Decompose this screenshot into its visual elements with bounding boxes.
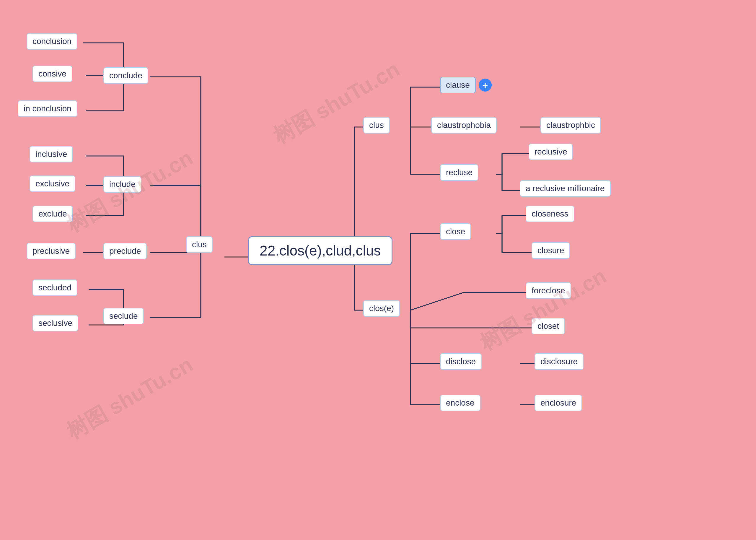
watermark-4: 树图 shuTu.cn (475, 262, 611, 357)
disclosure-label: disclosure (540, 357, 578, 366)
disclosure-node: disclosure (534, 353, 584, 370)
claustrophbic-node: claustrophbic (540, 117, 601, 134)
preclusive-label: preclusive (33, 246, 70, 256)
preclude-node: preclude (103, 243, 147, 259)
center-label: 22.clos(e),clud,clus (260, 242, 381, 259)
inclusive-label: inclusive (36, 150, 67, 159)
enclose-label: enclose (446, 398, 475, 408)
closeness-node: closeness (526, 205, 574, 222)
exclude-label: exclude (39, 209, 67, 218)
close-e-label: clos(e) (369, 304, 394, 313)
watermark-2: 树图 shuTu.cn (268, 55, 405, 150)
inclusive-node: inclusive (30, 146, 73, 163)
a-reclusive-label: a reclusive millionaire (526, 184, 605, 193)
reclusive-node: reclusive (529, 144, 573, 160)
secluded-node: secluded (33, 279, 77, 296)
seclude-label: seclude (109, 311, 138, 321)
center-node: 22.clos(e),clud,clus (248, 236, 392, 265)
exclusive-label: exclusive (36, 179, 69, 189)
conclude-label: conclude (109, 71, 142, 80)
preclude-label: preclude (109, 246, 141, 256)
right-clus-node: clus (363, 117, 390, 134)
consive-label: consive (39, 69, 66, 78)
right-clus-label: clus (369, 120, 384, 130)
reclusive-label: reclusive (534, 147, 567, 157)
in-conclusion-node: in conclusion (18, 100, 77, 117)
seclude-node: seclude (103, 308, 144, 324)
conclusion-node: conclusion (27, 33, 77, 50)
closet-label: closet (537, 322, 559, 331)
preclusive-node: preclusive (27, 243, 76, 259)
include-node: include (103, 176, 142, 193)
closeness-label: closeness (532, 209, 569, 218)
left-clus-node: clus (186, 236, 213, 253)
include-label: include (109, 180, 136, 189)
exclude-node: exclude (33, 205, 73, 222)
seclusive-label: seclusive (39, 319, 72, 328)
enclosure-node: enclosure (534, 395, 582, 411)
enclose-node: enclose (440, 395, 481, 411)
left-clus-label: clus (192, 240, 207, 249)
closure-node: closure (532, 242, 570, 259)
foreclose-node: foreclose (526, 282, 571, 299)
disclose-node: disclose (440, 353, 482, 370)
exclusive-node: exclusive (30, 176, 75, 192)
clause-row: clause + (440, 77, 492, 93)
claustrophobia-node: claustrophobia (431, 117, 497, 134)
close-label: close (446, 227, 465, 236)
recluse-node: recluse (440, 164, 479, 181)
disclose-label: disclose (446, 357, 476, 366)
close-e-node: clos(e) (363, 300, 400, 317)
closure-label: closure (537, 246, 564, 255)
consive-node: consive (33, 66, 72, 82)
conclusion-label: conclusion (33, 37, 71, 46)
closet-node: closet (532, 318, 565, 335)
secluded-label: secluded (39, 283, 71, 293)
conclude-node: conclude (103, 68, 148, 84)
a-reclusive-node: a reclusive millionaire (520, 180, 611, 197)
watermark-3: 树图 shuTu.cn (61, 351, 198, 446)
claustrophbic-label: claustrophbic (546, 120, 595, 130)
clause-add-button[interactable]: + (479, 78, 492, 91)
recluse-label: recluse (446, 168, 473, 177)
seclusive-node: seclusive (33, 315, 78, 332)
clause-label: clause (446, 80, 470, 90)
foreclose-label: foreclose (532, 286, 565, 295)
clause-node: clause (440, 77, 476, 93)
in-conclusion-label: in conclusion (24, 104, 71, 113)
close-node: close (440, 223, 471, 240)
enclosure-label: enclosure (540, 398, 576, 408)
claustrophobia-label: claustrophobia (437, 120, 491, 130)
